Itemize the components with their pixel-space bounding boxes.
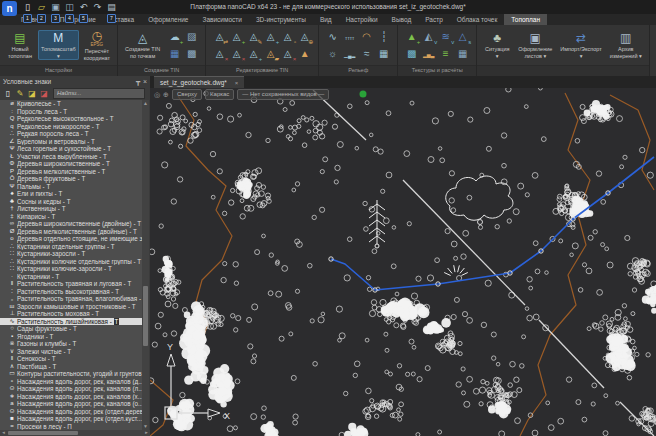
- tin-fill-area-icon[interactable]: ◬▰: [262, 45, 279, 62]
- list-item[interactable]: „Растительность травяная, влаголюбивая -…: [0, 295, 142, 303]
- histogram-icon[interactable]: ▂▅▃: [420, 45, 437, 62]
- tree-vertical-scrollbar[interactable]: ▲ ▼: [142, 100, 149, 430]
- list-item[interactable]: ∴Кустарники отдельные группы - Т: [0, 243, 142, 251]
- tin-add-point-icon[interactable]: ◬+: [228, 28, 245, 45]
- texture-mosaic-icon[interactable]: ▩: [403, 45, 420, 62]
- redo-icon[interactable]: ↷: [91, 1, 104, 13]
- list-item[interactable]: ∞Деревья широколиственные (двойные) - Т: [0, 220, 142, 228]
- scroll-down-icon[interactable]: ▼: [142, 423, 149, 430]
- tab-Вид[interactable]: Вид: [313, 14, 339, 25]
- relief-grid-icon[interactable]: ▦: [375, 45, 392, 62]
- tin-layers-icon[interactable]: ▩: [183, 45, 200, 62]
- list-item[interactable]: aНасаждения вдоль дорог, рек, каналов (о…: [0, 400, 142, 408]
- profile-icon[interactable]: ▁▄▂: [341, 45, 358, 62]
- tab-Облака точек[interactable]: Облака точек: [450, 14, 505, 25]
- new-symbol-icon[interactable]: ▯: [2, 88, 14, 100]
- save-document-icon[interactable]: ▣3: [49, 1, 62, 23]
- list-item[interactable]: ∷Кустарники-заросли - Т: [0, 250, 142, 258]
- list-item[interactable]: ‡Кипарисы - Т: [0, 213, 142, 221]
- list-item[interactable]: ■Насаждения вдоль дорог, рек (отдел.куст…: [0, 415, 142, 423]
- list-item[interactable]: ∗Насаждения вдоль дорог, рек, каналов (х…: [0, 393, 142, 401]
- pin-icon[interactable]: ┳: [136, 78, 140, 86]
- scrollbar-thumb[interactable]: [8, 431, 78, 435]
- new-document-icon[interactable]: ▯1: [21, 1, 34, 23]
- viewport-control-0[interactable]: Сверху: [172, 89, 202, 100]
- tin-delete-edge-icon[interactable]: ◬×: [228, 45, 245, 62]
- slope-arc-icon[interactable]: ◠: [358, 28, 375, 45]
- list-item[interactable]: ∨Залежи чистые - Т: [0, 348, 142, 356]
- rays-icon[interactable]: ☼: [324, 45, 341, 62]
- tin-delete-point-icon[interactable]: ◬×: [211, 45, 228, 62]
- list-item[interactable]: ▭Контуры растительности, угодий и грунто…: [0, 370, 142, 378]
- tab-Оформление[interactable]: Оформление: [141, 14, 195, 25]
- measure-archive-button[interactable]: ▥Архив измерений ▾: [607, 30, 645, 60]
- tin-delete-area-icon[interactable]: ◬×: [279, 45, 296, 62]
- tin-from-cloud-icon[interactable]: ☁+: [166, 28, 183, 45]
- open-document-icon[interactable]: ▱2: [35, 1, 48, 23]
- list-item[interactable]: †Лиственницы - Т: [0, 205, 142, 213]
- tin-swap-edge-icon[interactable]: ◬▫: [279, 28, 296, 45]
- scroll-up-icon[interactable]: ▲: [142, 100, 149, 107]
- list-item[interactable]: ♠Ели и пихты - Т: [0, 190, 142, 198]
- viewport-icon[interactable]: ◎: [154, 91, 160, 99]
- waves-icon[interactable]: ≈: [358, 45, 375, 62]
- list-item[interactable]: qРедколесье низкорослое - Т: [0, 123, 142, 131]
- list-item[interactable]: ⊙Насаждения вдоль дорог, рек, каналов (л…: [0, 385, 142, 393]
- mountain-surface-icon[interactable]: △s: [454, 28, 471, 45]
- tree-horizontal-scrollbar[interactable]: ◄ ►: [0, 430, 150, 436]
- list-item[interactable]: ∧Пастбища - Т: [0, 363, 142, 371]
- list-item[interactable]: QРедколесье высокоствольное - Т: [0, 115, 142, 123]
- tin-merge-icon[interactable]: ◬⊕: [296, 28, 313, 45]
- list-item[interactable]: =Просеки в лесу - П: [0, 423, 142, 431]
- list-item[interactable]: ⁚Растительность высокотравная - Т: [0, 288, 142, 296]
- list-item[interactable]: ♣Сосны и кедры - Т: [0, 198, 142, 206]
- tab-Топоплан[interactable]: Топоплан: [504, 14, 547, 25]
- list-item[interactable]: ‖Растительность травяная и луговая - Т: [0, 280, 142, 288]
- list-item[interactable]: ○Сады фруктовые - Т: [0, 325, 142, 333]
- list-item[interactable]: ∿Растительность лишайниковая - Т: [0, 318, 142, 326]
- delete-symbol-icon[interactable]: ◪: [38, 88, 50, 100]
- list-item[interactable]: ▪Ягодники - Т: [0, 333, 142, 341]
- viewport-icon[interactable]: ⊕: [163, 91, 169, 99]
- search-input[interactable]: Найти...: [53, 88, 145, 99]
- viewport-control-2[interactable]: — Нет сохраненных видов —: [237, 89, 329, 100]
- viewport-control-1[interactable]: Каркас: [205, 89, 234, 100]
- list-item[interactable]: ∘Насаждения вдоль дорог, рек, каналов (д…: [0, 378, 142, 386]
- list-item[interactable]: шЗаросли камышовые и тростниковые - Т: [0, 303, 142, 311]
- sheet-layout-button[interactable]: ▣Оформление листов ▾: [515, 30, 555, 60]
- surface-create-icon[interactable]: ▲+: [403, 28, 420, 45]
- list-item[interactable]: øКриволесье - Т: [0, 100, 142, 108]
- calc-table-icon[interactable]: ▦: [454, 45, 471, 62]
- scrollbar-thumb[interactable]: [143, 286, 148, 346]
- tin-rebuild-icon[interactable]: ◬⇄: [211, 28, 228, 45]
- list-item[interactable]: ∴Кустарники колючие отдельные группы - Т: [0, 258, 142, 266]
- tab-Настройки[interactable]: Настройки: [339, 14, 385, 25]
- create-tin-by-points-button[interactable]: ◬Создание TIN по точкам: [122, 30, 163, 60]
- situation-button[interactable]: ♣Ситуация ▾: [481, 30, 513, 60]
- save-all-icon[interactable]: ◫4: [63, 1, 76, 23]
- vertical-marks-icon[interactable]: ┆: [375, 28, 392, 45]
- list-item[interactable]: ⊥Растительность моховая - Т: [0, 310, 142, 318]
- import-export-button[interactable]: ⇄Импорт/Экспорт ▾: [557, 30, 604, 60]
- tin-triangle-icon[interactable]: ▲: [296, 45, 313, 62]
- scroll-right-icon[interactable]: ►: [143, 430, 150, 436]
- toposcale-button[interactable]: МТопомасштаб ▾: [38, 30, 79, 60]
- tin-mosaic-icon[interactable]: ▦: [166, 45, 183, 62]
- tab-Вывод[interactable]: Вывод: [385, 14, 419, 25]
- list-item[interactable]: ∠Буреломы и ветровалы - Т: [0, 138, 142, 146]
- contour-lines-icon[interactable]: ∿: [324, 28, 341, 45]
- list-item[interactable]: ‖Сенокосы - Т: [0, 355, 142, 363]
- tab-Растр[interactable]: Растр: [418, 14, 450, 25]
- tin-add-edge-icon[interactable]: ◬+: [262, 28, 279, 45]
- scroll-left-icon[interactable]: ◄: [0, 430, 7, 436]
- document-tab[interactable]: set_iz_geotochek.dwg* ×: [154, 76, 244, 88]
- list-item[interactable]: ΨПальмы - Т: [0, 183, 142, 191]
- layers-icon[interactable]: ≡: [437, 45, 454, 62]
- list-item[interactable]: :Поросль леса - Т: [0, 108, 142, 116]
- recalc-coordinates-button[interactable]: ◷EPSGПересчёт координат: [81, 28, 113, 62]
- tin-edit-point-icon[interactable]: ◬✎: [245, 28, 262, 45]
- list-item[interactable]: ŎДеревья фруктовые - Т: [0, 175, 142, 183]
- tab-Зависимости[interactable]: Зависимости: [195, 14, 248, 25]
- list-item[interactable]: PДеревья мелколиственные - Т: [0, 168, 142, 176]
- list-item[interactable]: ∷Кустарники колючие-заросли - Т: [0, 265, 142, 273]
